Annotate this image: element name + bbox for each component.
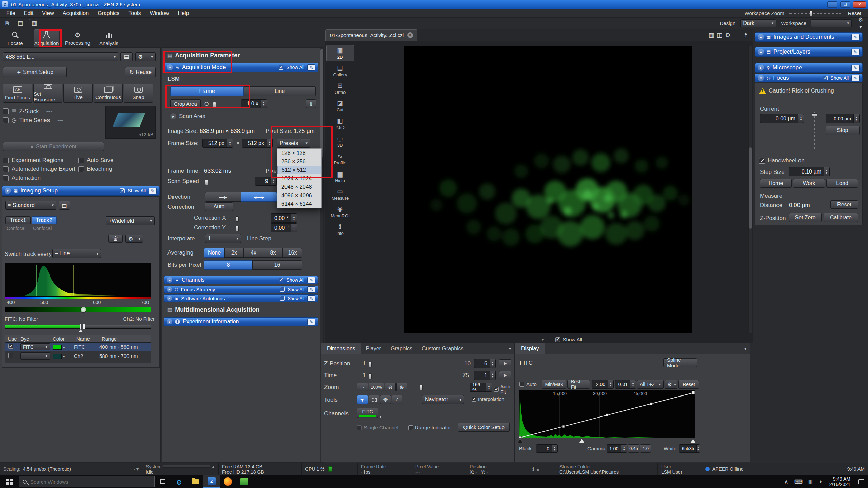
edit-icon[interactable]	[851, 49, 860, 55]
images-and-documents-header[interactable]: ▸ ▦ Images and Documents	[755, 32, 863, 42]
zoom-in-button[interactable]: ⊕	[396, 383, 407, 391]
black-point-marker[interactable]	[518, 439, 522, 443]
bidirectional-button[interactable]: ◂—▸	[241, 192, 277, 202]
live-button[interactable]: Live	[63, 84, 93, 103]
chevron-down-icon[interactable]: ▾	[744, 346, 746, 351]
dye-dropdown[interactable]: FITC▾	[20, 343, 50, 350]
edit-icon[interactable]	[851, 75, 860, 81]
info-icon[interactable]: ℹ	[532, 466, 534, 472]
rect-select-tool-button[interactable]	[369, 395, 379, 404]
interpolation-checkbox[interactable]	[472, 397, 476, 402]
handwheel-checkbox[interactable]	[759, 158, 765, 164]
taskbar-search[interactable]	[19, 476, 155, 487]
project-layers-header[interactable]: ▸ ▤ Project/Layers	[755, 47, 863, 57]
new-document-icon[interactable]: 🗎	[3, 20, 12, 27]
widefield-dropdown[interactable]: +Widefield▾	[106, 216, 155, 225]
detection-gradient-bar[interactable]	[5, 307, 151, 312]
start-experiment-button[interactable]: ▶Start Experiment	[3, 142, 104, 151]
preset-option[interactable]: 6144 × 6144	[277, 200, 321, 208]
tray-network-icon[interactable]: ▥	[808, 478, 813, 485]
correction-y-thumb[interactable]	[236, 226, 239, 231]
edit-icon[interactable]	[149, 188, 157, 194]
view-tab-cut[interactable]: ◪Cut	[326, 98, 354, 114]
stepper-arrows[interactable]	[227, 139, 233, 147]
action-center-button[interactable]	[854, 475, 868, 488]
gamma-stepper[interactable]: 1.00	[607, 444, 627, 453]
workspace-zoom-thumb[interactable]	[810, 11, 813, 16]
work-button[interactable]: Work	[793, 179, 825, 188]
menu-tools[interactable]: Tools	[124, 9, 145, 17]
find-focus-button[interactable]: AF Find Focus	[3, 84, 32, 103]
experiment-options-dropdown[interactable]: ⚙▾	[135, 52, 156, 61]
load-button[interactable]: Load	[826, 179, 858, 188]
z-thumb[interactable]	[369, 362, 372, 367]
close-button[interactable]: ✕	[853, 1, 866, 8]
ch2-range-bar[interactable]	[84, 325, 151, 329]
design-select[interactable]: Dark▾	[740, 19, 776, 27]
edit-icon[interactable]	[307, 286, 315, 293]
range-handle[interactable]	[83, 324, 85, 329]
layout-button[interactable]: ▤	[59, 201, 70, 210]
delete-track-button[interactable]: 🗑	[108, 235, 123, 243]
taskbar-app-edge[interactable]: e	[171, 475, 187, 488]
experiment-regions-row[interactable]: Experiment Regions	[3, 157, 63, 164]
focus-header[interactable]: ▾ ◎ Focus Show All	[755, 74, 863, 82]
save-icon[interactable]: ▤	[16, 20, 24, 27]
stepper-arrows[interactable]	[798, 114, 804, 123]
chevron-down-icon[interactable]: ▾	[509, 346, 511, 351]
chevron-down-icon[interactable]: ▾	[63, 354, 65, 358]
averaging-none-button[interactable]: None	[204, 248, 224, 258]
quick-color-setup-button[interactable]: Quick Color Setup	[458, 423, 510, 432]
use-checkbox[interactable]	[8, 353, 13, 358]
stepper-arrows[interactable]	[490, 371, 495, 380]
current-position-stepper[interactable]: 0.00 µm	[760, 114, 804, 123]
z-stack-checkbox[interactable]	[3, 108, 9, 114]
automation-row[interactable]: Automation	[3, 175, 41, 181]
taskbar-app-firefox[interactable]	[220, 475, 236, 488]
menu-graphics[interactable]: Graphics	[93, 9, 124, 17]
zoom-thumb[interactable]	[420, 385, 423, 390]
tab-custom-graphics[interactable]: Custom Graphics	[417, 346, 469, 352]
color-swatch[interactable]	[53, 345, 62, 350]
dye-dropdown[interactable]: ▾	[20, 352, 50, 360]
tab-analysis[interactable]: Analysis	[96, 29, 121, 47]
scaling-icon[interactable]: ▭ ▾	[131, 466, 139, 472]
menu-edit[interactable]: Edit	[20, 9, 38, 17]
view-tab-info[interactable]: ℹInfo	[326, 221, 354, 238]
correction-auto-button[interactable]: Auto	[205, 202, 233, 211]
snapshot-icon[interactable]: ▦	[29, 19, 37, 27]
calibrate-button[interactable]: Calibrate	[824, 213, 858, 222]
workspace-zoom-reset[interactable]: Reset	[848, 10, 861, 16]
viewer-show-all-checkbox[interactable]	[555, 337, 560, 342]
range-indicator-toggle[interactable]: Range Indicator	[408, 425, 451, 430]
preset-option[interactable]: 2048 × 2048	[277, 183, 321, 191]
color-swatch[interactable]	[53, 354, 62, 359]
fit-view-button[interactable]: ⇔	[357, 383, 368, 391]
stepper-arrows[interactable]	[608, 380, 613, 388]
focus-vertical-slider[interactable]	[814, 112, 817, 149]
search-input[interactable]	[30, 479, 132, 485]
zoom-100-button[interactable]: 100%	[369, 383, 384, 391]
correction-x-stepper[interactable]: 0.00 °	[271, 214, 297, 223]
maximize-button[interactable]: ❐	[840, 1, 850, 8]
profile-tool-button[interactable]: ∕	[392, 395, 402, 404]
standard-mode-dropdown[interactable]: ≡Standard▾	[5, 201, 56, 210]
range-marker-icon[interactable]	[79, 329, 83, 332]
focus-slider-thumb[interactable]	[812, 113, 817, 116]
min-max-button[interactable]: Min/Max	[542, 380, 566, 389]
stepper-arrows[interactable]	[621, 445, 627, 452]
histogram[interactable]: 15,000 30,000 45,000	[519, 390, 695, 438]
close-document-icon[interactable]: ✕	[407, 32, 413, 38]
set-zero-button[interactable]: Set Zero	[789, 213, 822, 222]
auto-checkbox[interactable]	[519, 382, 524, 387]
stepper-arrows[interactable]	[291, 224, 297, 232]
handwheel-toggle[interactable]: Handwheel on	[759, 157, 805, 164]
display-gear-dropdown[interactable]: ⚙▾	[665, 380, 677, 389]
start-button[interactable]	[0, 475, 19, 488]
unidirectional-button[interactable]: —▸	[205, 192, 241, 202]
tab-graphics[interactable]: Graphics	[386, 346, 417, 352]
fitc-range-bar[interactable]	[5, 325, 81, 329]
workspace-zoom-slider[interactable]	[789, 13, 843, 14]
minimize-button[interactable]: –	[827, 1, 837, 8]
gamma-045-button[interactable]: 0.45	[628, 444, 639, 453]
